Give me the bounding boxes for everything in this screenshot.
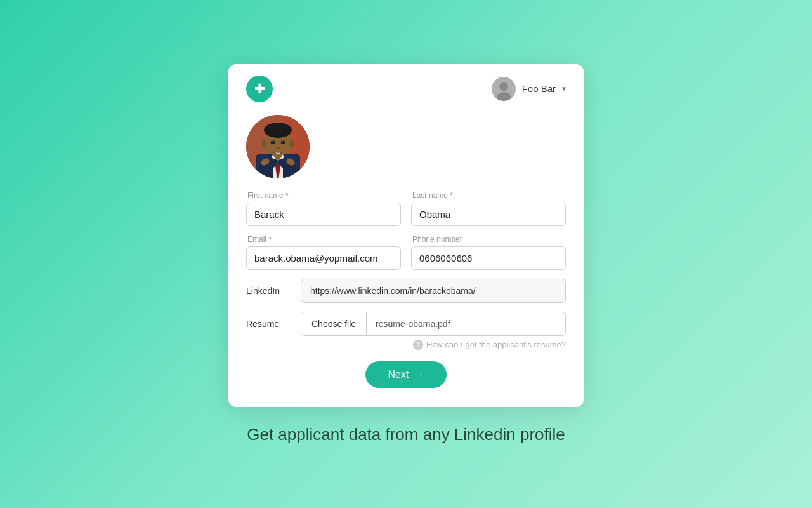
email-input[interactable]: [246, 246, 401, 270]
contact-row: Email * Phone number: [246, 235, 566, 270]
next-arrow-icon: →: [414, 369, 424, 380]
last-name-label: Last name *: [411, 191, 566, 200]
resume-row: Resume Choose file resume-obama.pdf: [246, 312, 566, 336]
email-label: Email *: [246, 235, 401, 244]
next-button[interactable]: Next →: [365, 361, 447, 388]
help-icon: ?: [413, 340, 423, 350]
user-name: Foo Bar: [522, 83, 556, 94]
svg-point-17: [276, 147, 280, 149]
applicant-avatar: [246, 115, 310, 178]
card-header: ✚ Foo Bar ▾: [228, 64, 584, 109]
linkedin-input[interactable]: [301, 279, 566, 303]
first-name-label: First name *: [246, 191, 401, 200]
svg-point-15: [272, 141, 273, 142]
linkedin-row: LinkedIn: [246, 279, 566, 303]
avatar-section: [228, 109, 584, 191]
logo-symbol: ✚: [254, 81, 265, 97]
svg-point-10: [261, 140, 266, 147]
page-footer: Get applicant data from any Linkedin pro…: [247, 425, 565, 444]
phone-input[interactable]: [411, 246, 566, 270]
svg-point-11: [289, 140, 294, 147]
last-name-input[interactable]: [411, 203, 566, 226]
form-body: First name * Last name * Email * Phone n…: [228, 191, 584, 388]
user-menu[interactable]: Foo Bar ▾: [492, 77, 566, 101]
phone-field: Phone number: [411, 235, 566, 270]
svg-point-16: [282, 141, 284, 142]
resume-label: Resume: [246, 319, 292, 329]
main-card: ✚ Foo Bar ▾: [228, 64, 584, 407]
name-row: First name * Last name *: [246, 191, 566, 226]
svg-point-1: [499, 82, 508, 91]
phone-label: Phone number: [411, 235, 566, 244]
first-name-field: First name *: [246, 191, 401, 226]
email-field: Email *: [246, 235, 401, 270]
resume-help: ? How can I get the applicant's resume?: [246, 340, 566, 350]
last-name-field: Last name *: [411, 191, 566, 226]
footer-tagline: Get applicant data from any Linkedin pro…: [247, 425, 565, 444]
resume-help-text[interactable]: How can I get the applicant's resume?: [426, 340, 566, 349]
choose-file-button[interactable]: Choose file: [301, 312, 367, 335]
user-avatar: [492, 77, 516, 101]
linkedin-label: LinkedIn: [246, 286, 292, 296]
first-name-input[interactable]: [246, 203, 401, 226]
file-name-display: resume-obama.pdf: [367, 312, 565, 335]
svg-point-12: [264, 123, 292, 138]
app-logo: ✚: [246, 76, 273, 102]
resume-field: Choose file resume-obama.pdf: [301, 312, 566, 336]
dropdown-chevron: ▾: [562, 84, 566, 93]
next-button-label: Next: [388, 369, 409, 380]
